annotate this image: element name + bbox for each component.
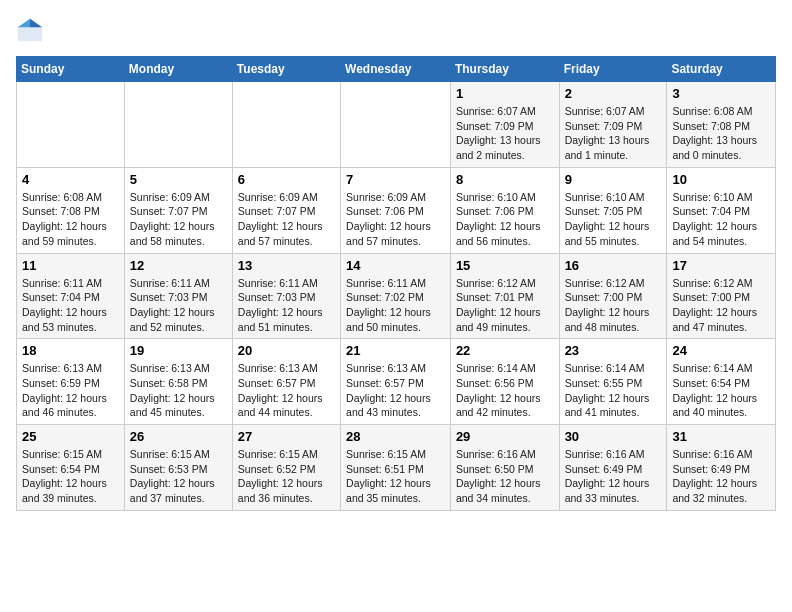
day-number: 10 [672, 172, 770, 187]
calendar-cell: 16Sunrise: 6:12 AMSunset: 7:00 PMDayligh… [559, 253, 667, 339]
calendar-cell: 20Sunrise: 6:13 AMSunset: 6:57 PMDayligh… [232, 339, 340, 425]
day-info: Sunrise: 6:13 AMSunset: 6:58 PMDaylight:… [130, 361, 227, 420]
day-number: 29 [456, 429, 554, 444]
day-info: Sunrise: 6:13 AMSunset: 6:59 PMDaylight:… [22, 361, 119, 420]
day-number: 20 [238, 343, 335, 358]
calendar-header [16, 16, 776, 44]
calendar-cell: 4Sunrise: 6:08 AMSunset: 7:08 PMDaylight… [17, 167, 125, 253]
day-number: 7 [346, 172, 445, 187]
day-info: Sunrise: 6:10 AMSunset: 7:04 PMDaylight:… [672, 190, 770, 249]
calendar-table: SundayMondayTuesdayWednesdayThursdayFrid… [16, 56, 776, 511]
day-number: 17 [672, 258, 770, 273]
day-info: Sunrise: 6:16 AMSunset: 6:50 PMDaylight:… [456, 447, 554, 506]
day-number: 21 [346, 343, 445, 358]
day-info: Sunrise: 6:15 AMSunset: 6:52 PMDaylight:… [238, 447, 335, 506]
day-number: 5 [130, 172, 227, 187]
day-header-wednesday: Wednesday [341, 57, 451, 82]
calendar-cell: 13Sunrise: 6:11 AMSunset: 7:03 PMDayligh… [232, 253, 340, 339]
day-info: Sunrise: 6:07 AMSunset: 7:09 PMDaylight:… [565, 104, 662, 163]
calendar-cell: 26Sunrise: 6:15 AMSunset: 6:53 PMDayligh… [124, 425, 232, 511]
day-number: 15 [456, 258, 554, 273]
calendar-cell: 2Sunrise: 6:07 AMSunset: 7:09 PMDaylight… [559, 82, 667, 168]
day-info: Sunrise: 6:15 AMSunset: 6:51 PMDaylight:… [346, 447, 445, 506]
calendar-cell [124, 82, 232, 168]
calendar-cell: 23Sunrise: 6:14 AMSunset: 6:55 PMDayligh… [559, 339, 667, 425]
calendar-cell: 18Sunrise: 6:13 AMSunset: 6:59 PMDayligh… [17, 339, 125, 425]
day-info: Sunrise: 6:15 AMSunset: 6:54 PMDaylight:… [22, 447, 119, 506]
calendar-cell: 27Sunrise: 6:15 AMSunset: 6:52 PMDayligh… [232, 425, 340, 511]
week-row-3: 11Sunrise: 6:11 AMSunset: 7:04 PMDayligh… [17, 253, 776, 339]
calendar-cell [341, 82, 451, 168]
day-number: 28 [346, 429, 445, 444]
day-number: 22 [456, 343, 554, 358]
day-header-sunday: Sunday [17, 57, 125, 82]
day-info: Sunrise: 6:14 AMSunset: 6:56 PMDaylight:… [456, 361, 554, 420]
calendar-cell: 6Sunrise: 6:09 AMSunset: 7:07 PMDaylight… [232, 167, 340, 253]
day-info: Sunrise: 6:11 AMSunset: 7:02 PMDaylight:… [346, 276, 445, 335]
calendar-cell: 29Sunrise: 6:16 AMSunset: 6:50 PMDayligh… [450, 425, 559, 511]
svg-marker-1 [30, 19, 42, 27]
day-number: 4 [22, 172, 119, 187]
logo [16, 16, 48, 44]
day-info: Sunrise: 6:10 AMSunset: 7:05 PMDaylight:… [565, 190, 662, 249]
day-info: Sunrise: 6:12 AMSunset: 7:00 PMDaylight:… [672, 276, 770, 335]
day-info: Sunrise: 6:13 AMSunset: 6:57 PMDaylight:… [238, 361, 335, 420]
week-row-4: 18Sunrise: 6:13 AMSunset: 6:59 PMDayligh… [17, 339, 776, 425]
day-number: 14 [346, 258, 445, 273]
calendar-cell: 14Sunrise: 6:11 AMSunset: 7:02 PMDayligh… [341, 253, 451, 339]
day-number: 1 [456, 86, 554, 101]
day-number: 24 [672, 343, 770, 358]
day-info: Sunrise: 6:09 AMSunset: 7:07 PMDaylight:… [238, 190, 335, 249]
day-number: 30 [565, 429, 662, 444]
calendar-cell: 31Sunrise: 6:16 AMSunset: 6:49 PMDayligh… [667, 425, 776, 511]
day-info: Sunrise: 6:09 AMSunset: 7:06 PMDaylight:… [346, 190, 445, 249]
calendar-cell: 9Sunrise: 6:10 AMSunset: 7:05 PMDaylight… [559, 167, 667, 253]
calendar-cell: 15Sunrise: 6:12 AMSunset: 7:01 PMDayligh… [450, 253, 559, 339]
calendar-cell: 10Sunrise: 6:10 AMSunset: 7:04 PMDayligh… [667, 167, 776, 253]
day-info: Sunrise: 6:10 AMSunset: 7:06 PMDaylight:… [456, 190, 554, 249]
calendar-cell: 22Sunrise: 6:14 AMSunset: 6:56 PMDayligh… [450, 339, 559, 425]
day-number: 25 [22, 429, 119, 444]
day-header-friday: Friday [559, 57, 667, 82]
day-number: 27 [238, 429, 335, 444]
day-info: Sunrise: 6:11 AMSunset: 7:04 PMDaylight:… [22, 276, 119, 335]
days-header-row: SundayMondayTuesdayWednesdayThursdayFrid… [17, 57, 776, 82]
day-info: Sunrise: 6:08 AMSunset: 7:08 PMDaylight:… [22, 190, 119, 249]
calendar-cell: 30Sunrise: 6:16 AMSunset: 6:49 PMDayligh… [559, 425, 667, 511]
day-number: 9 [565, 172, 662, 187]
day-info: Sunrise: 6:13 AMSunset: 6:57 PMDaylight:… [346, 361, 445, 420]
day-number: 3 [672, 86, 770, 101]
day-info: Sunrise: 6:15 AMSunset: 6:53 PMDaylight:… [130, 447, 227, 506]
day-info: Sunrise: 6:12 AMSunset: 7:00 PMDaylight:… [565, 276, 662, 335]
day-number: 8 [456, 172, 554, 187]
day-number: 13 [238, 258, 335, 273]
day-header-tuesday: Tuesday [232, 57, 340, 82]
week-row-1: 1Sunrise: 6:07 AMSunset: 7:09 PMDaylight… [17, 82, 776, 168]
day-number: 26 [130, 429, 227, 444]
day-number: 16 [565, 258, 662, 273]
calendar-cell: 3Sunrise: 6:08 AMSunset: 7:08 PMDaylight… [667, 82, 776, 168]
day-header-saturday: Saturday [667, 57, 776, 82]
day-info: Sunrise: 6:16 AMSunset: 6:49 PMDaylight:… [672, 447, 770, 506]
day-info: Sunrise: 6:14 AMSunset: 6:55 PMDaylight:… [565, 361, 662, 420]
calendar-cell: 7Sunrise: 6:09 AMSunset: 7:06 PMDaylight… [341, 167, 451, 253]
calendar-cell: 19Sunrise: 6:13 AMSunset: 6:58 PMDayligh… [124, 339, 232, 425]
calendar-cell: 1Sunrise: 6:07 AMSunset: 7:09 PMDaylight… [450, 82, 559, 168]
day-number: 11 [22, 258, 119, 273]
day-number: 2 [565, 86, 662, 101]
calendar-cell: 17Sunrise: 6:12 AMSunset: 7:00 PMDayligh… [667, 253, 776, 339]
day-number: 31 [672, 429, 770, 444]
day-info: Sunrise: 6:16 AMSunset: 6:49 PMDaylight:… [565, 447, 662, 506]
day-header-thursday: Thursday [450, 57, 559, 82]
day-number: 19 [130, 343, 227, 358]
day-info: Sunrise: 6:09 AMSunset: 7:07 PMDaylight:… [130, 190, 227, 249]
day-number: 18 [22, 343, 119, 358]
day-number: 23 [565, 343, 662, 358]
day-header-monday: Monday [124, 57, 232, 82]
calendar-cell: 25Sunrise: 6:15 AMSunset: 6:54 PMDayligh… [17, 425, 125, 511]
day-info: Sunrise: 6:12 AMSunset: 7:01 PMDaylight:… [456, 276, 554, 335]
calendar-cell: 11Sunrise: 6:11 AMSunset: 7:04 PMDayligh… [17, 253, 125, 339]
day-info: Sunrise: 6:08 AMSunset: 7:08 PMDaylight:… [672, 104, 770, 163]
day-number: 6 [238, 172, 335, 187]
day-info: Sunrise: 6:11 AMSunset: 7:03 PMDaylight:… [238, 276, 335, 335]
